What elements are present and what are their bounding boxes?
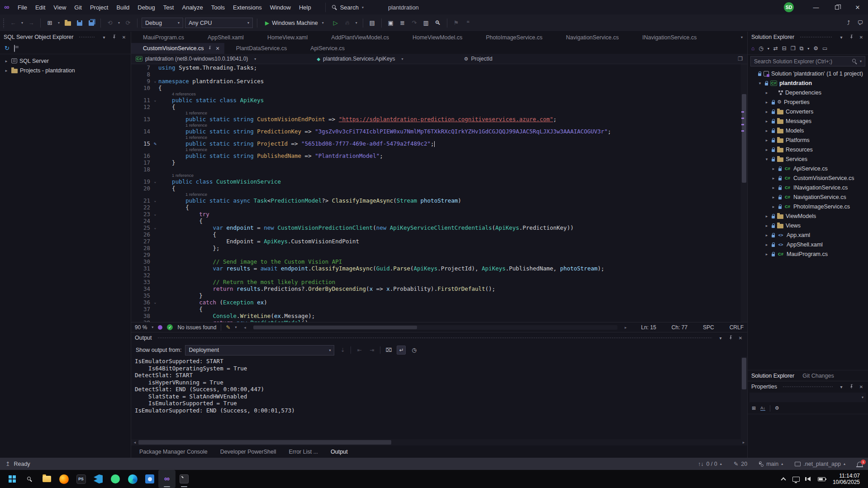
document-tab[interactable]: HomeView.xaml [256,32,319,43]
tray-overflow-icon[interactable] [781,477,786,482]
code-line[interactable]: 8 [131,71,741,78]
code-line[interactable]: 16 public static string PublishedName =>… [131,152,741,159]
codelens-references[interactable]: 1 reference [131,110,741,116]
code-line[interactable]: 17 } [131,159,741,166]
tree-item[interactable]: ▸C#NavigationService.cs [748,192,868,202]
expand-arrow-icon[interactable]: ▸ [771,185,776,190]
code-line[interactable]: 23⌄ try [131,211,741,218]
document-tab[interactable]: AddPlantViewModel.cs [319,32,401,43]
network-display-icon[interactable] [792,477,800,482]
menu-test[interactable]: Test [159,0,178,14]
menu-project[interactable]: Project [86,0,112,14]
previous-message-icon[interactable]: ⇤ [355,346,364,355]
taskbar-vscode[interactable] [90,470,107,488]
fold-arrow-icon[interactable]: ⌄ [154,98,157,102]
chevron-down-icon[interactable]: ▾ [101,35,107,40]
close-icon[interactable]: ✕ [737,336,744,341]
pending-changes-filter-icon[interactable]: ◷ [759,45,763,52]
timestamp-icon[interactable]: ◷ [409,346,418,355]
immediate-window-icon[interactable]: ≣ [398,18,408,28]
pin-icon[interactable] [848,384,854,390]
restore-button[interactable] [826,0,847,14]
code-line[interactable]: 25⌄ var endpoint = new CustomVisionPredi… [131,224,741,231]
expand-arrow-icon[interactable]: ▸ [764,242,769,247]
expand-arrow-icon[interactable]: ▾ [764,157,769,161]
taskbar-photos[interactable] [141,470,158,488]
hot-reload-icon[interactable]: 🔥︎ [342,18,352,28]
code-line[interactable]: 29 [131,251,741,258]
expand-arrow-icon[interactable]: ▸ [764,119,769,123]
scroll-right-icon[interactable]: ▸ [740,440,747,445]
tree-item[interactable]: ▸Messages [748,116,868,126]
code-line[interactable]: 12 { [131,104,741,110]
fold-arrow-icon[interactable]: ⌄ [154,226,157,230]
menu-edit[interactable]: Edit [31,0,49,14]
code-line[interactable]: 39 return new PredictionModel(); [131,319,741,322]
pin-icon[interactable] [111,34,117,40]
add-server-icon[interactable] [14,45,15,52]
chevron-down-icon[interactable]: ▾ [235,325,237,329]
expand-arrow-icon[interactable]: ▸ [764,90,769,95]
tree-item[interactable]: ▸C#MauiProgram.cs [748,249,868,259]
chevron-down-icon[interactable]: ▾ [254,57,256,61]
zoom-level[interactable]: 90 % [135,324,147,331]
menu-file[interactable]: File [14,0,31,14]
show-all-files-icon[interactable]: ❐ [791,45,796,52]
fold-arrow-icon[interactable]: ⌄ [154,180,157,184]
code-line[interactable]: 18 [131,166,741,173]
expand-arrow-icon[interactable]: ▸ [764,252,769,256]
chevron-down-icon[interactable]: ▾ [838,35,844,40]
tree-item[interactable]: ▸Models [748,126,868,135]
editor-vertical-scrollbar[interactable] [741,64,747,322]
taskbar-firefox[interactable] [55,470,72,488]
tool-window-tab[interactable]: Developer PowerShell [220,449,276,455]
taskbar-powershell[interactable]: PS [72,470,90,488]
properties-object-dropdown[interactable]: ▾ [749,393,866,402]
pin-icon[interactable] [848,34,854,40]
next-message-icon[interactable]: ⇥ [367,346,376,355]
breadcrumb-project[interactable]: C# plantdration (net8.0-windows10.0.1904… [136,56,248,62]
tree-item[interactable]: ▸C#PhotoImageService.cs [748,202,868,211]
codelens-references[interactable]: 1 reference [131,173,741,178]
chevron-down-icon[interactable]: ▾ [768,47,769,51]
code-cleanup-icon[interactable]: ✎ [226,324,230,331]
refresh-icon[interactable]: ↻ [5,45,9,52]
property-pages-icon[interactable]: ⚙ [775,405,779,411]
start-without-debugging-icon[interactable]: ▷ [331,18,341,28]
code-line[interactable]: 38 Console.WriteLine(ex.Message); [131,313,741,319]
scroll-left-icon[interactable]: ◂ [242,325,249,330]
collapse-all-icon[interactable]: ⊟ [782,45,787,52]
output-horizontal-scrollbar[interactable] [138,439,740,445]
tree-item[interactable]: ▸Dependencies [748,88,868,97]
expand-arrow-icon[interactable]: ▸ [764,147,769,152]
redo-icon[interactable]: ⟳ [123,18,133,28]
nest-files-icon[interactable]: ⧉ [800,45,804,52]
clear-all-icon[interactable]: ⌧ [384,346,393,355]
chevron-down-icon[interactable]: ▾ [717,336,724,341]
expand-arrow-icon[interactable]: ▸ [771,195,776,199]
solution-configuration-dropdown[interactable]: Debug▾ [142,18,183,28]
document-tab[interactable]: PlantDataService.cs [224,43,299,54]
chevron-down-icon[interactable]: ▾ [807,47,809,51]
code-line[interactable]: 11⌄ public static class ApiKeys [131,97,741,104]
codelens-references[interactable]: 1 reference [131,135,741,140]
open-folder-icon[interactable] [63,18,73,28]
editor-horizontal-scrollbar[interactable] [253,325,618,330]
taskbar-clock[interactable]: 11:14:07 10/06/2025 [833,473,860,485]
breadcrumb-member[interactable]: ⚙ ProjectId [464,56,493,62]
tree-item[interactable]: ▸C#INavigationService.cs [748,183,868,192]
document-tab[interactable]: PhotoImageService.cs [474,32,554,43]
search-box[interactable]: Search ▾ [325,3,370,12]
code-line[interactable]: 13 public static string CustomVisionEndP… [131,116,741,123]
code-line[interactable]: 33 // Return the most likely prediction [131,279,741,285]
breakpoint-window-icon[interactable]: ▣ [386,18,396,28]
battery-icon[interactable] [818,477,825,481]
code-line[interactable]: 19⌄ public class CustomVisionService [131,178,741,185]
expand-arrow-icon[interactable]: ▸ [771,176,776,180]
save-all-icon[interactable] [86,18,96,28]
expand-arrow-icon[interactable]: ▸ [4,68,9,73]
code-line[interactable]: 9⌄namespace plantdration.Services [131,78,741,85]
expand-arrow-icon[interactable]: ▸ [4,59,9,63]
tab-list-icon[interactable]: ▾ [741,35,743,39]
comment-icon[interactable]: ❝ [463,18,473,28]
